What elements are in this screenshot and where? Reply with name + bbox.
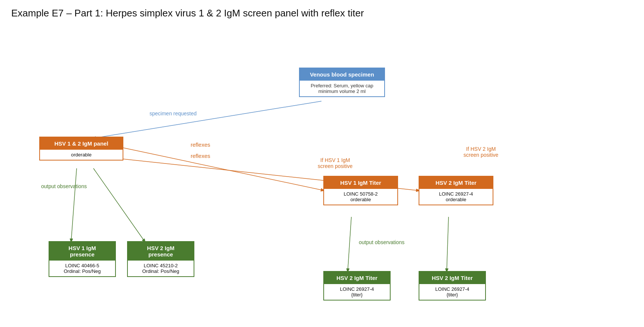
specimen-box: Venous blood specimen Preferred: Serum, … [299, 68, 385, 97]
specimen-box-body: Preferred: Serum, yellow capminimum volu… [300, 81, 384, 96]
hsv2-presence-box: HSV 2 IgMpresence LOINC 45210-2Ordinal: … [127, 241, 194, 277]
hsv1-titer-box: HSV 1 IgM Titer LOINC 50758-2orderable [323, 176, 398, 205]
diagram: Venous blood specimen Preferred: Serum, … [11, 30, 632, 327]
hsv1-titer-body: LOINC 50758-2orderable [324, 189, 397, 205]
panel-box: HSV 1 & 2 IgM panel orderable [39, 137, 123, 161]
svg-line-3 [92, 101, 321, 138]
hsv1-presence-box: HSV 1 IgMpresence LOINC 40466-5Ordinal: … [49, 241, 116, 277]
hsv2-titer-green1-header: HSV 2 IgM Titer [324, 272, 390, 284]
hsv2-titer-orange-box: HSV 2 IgM Titer LOINC 26927-4orderable [419, 176, 493, 205]
specimen-requested-label: specimen requested [150, 110, 197, 116]
hsv2-titer-green2-box: HSV 2 IgM Titer LOINC 26927-4{titer} [419, 271, 486, 300]
hsv2-titer-green2-body: LOINC 26927-4{titer} [419, 284, 485, 300]
panel-box-header: HSV 1 & 2 IgM panel [40, 137, 123, 150]
svg-line-9 [447, 217, 449, 273]
if-hsv2-label: If HSV 2 IgMscreen positive [463, 146, 498, 158]
hsv1-presence-body: LOINC 40466-5Ordinal: Pos/Neg [49, 261, 115, 276]
output-obs-right-label: output observations [359, 239, 404, 245]
svg-line-7 [93, 168, 146, 243]
reflexes2-label: reflexes [191, 153, 210, 159]
hsv2-titer-orange-header: HSV 2 IgM Titer [419, 177, 493, 189]
hsv1-titer-header: HSV 1 IgM Titer [324, 177, 397, 189]
svg-line-6 [71, 168, 77, 243]
output-obs-left-label: output observations [41, 183, 87, 189]
reflexes1-label: reflexes [191, 141, 210, 148]
hsv2-presence-header: HSV 2 IgMpresence [128, 242, 194, 261]
page-title: Example E7 – Part 1: Herpes simplex viru… [11, 7, 633, 19]
hsv2-presence-body: LOINC 45210-2Ordinal: Pos/Neg [128, 261, 194, 276]
panel-box-body: orderable [40, 150, 123, 160]
specimen-box-header: Venous blood specimen [300, 68, 384, 81]
if-hsv1-label: If HSV 1 IgMscreen positive [318, 157, 352, 169]
hsv1-presence-header: HSV 1 IgMpresence [49, 242, 115, 261]
hsv2-titer-green1-body: LOINC 26927-4{titer} [324, 284, 390, 300]
hsv2-titer-orange-body: LOINC 26927-4orderable [419, 189, 493, 205]
hsv2-titer-green1-box: HSV 2 IgM Titer LOINC 26927-4{titer} [323, 271, 391, 300]
svg-line-8 [348, 217, 351, 273]
svg-line-4 [123, 148, 325, 191]
hsv2-titer-green2-header: HSV 2 IgM Titer [419, 272, 485, 284]
